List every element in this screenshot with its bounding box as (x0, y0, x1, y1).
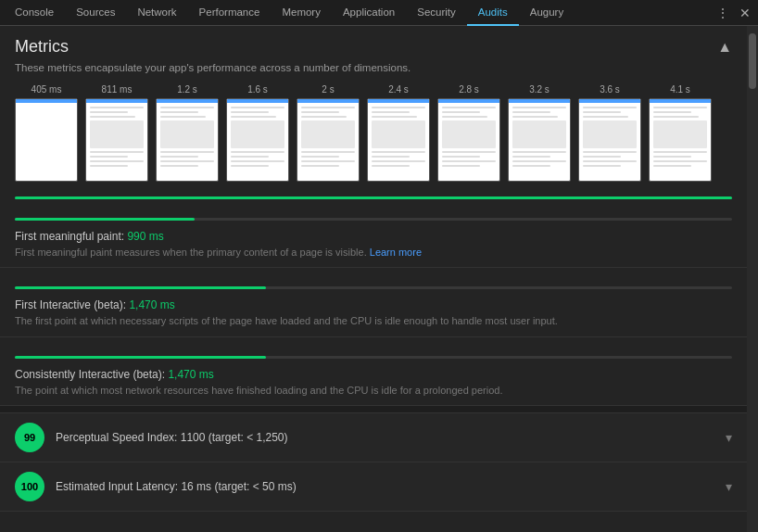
timeline-item: 405 ms (15, 84, 78, 182)
tab-console[interactable]: Console (4, 0, 65, 26)
content-area: Metrics ▲ These metrics encapsulate your… (0, 26, 747, 532)
fmp-bar-track (15, 218, 732, 221)
fi-name: First Interactive (beta): 1,470 ms (15, 298, 732, 311)
metrics-header: Metrics ▲ (0, 26, 747, 60)
timeline-label: 1.6 s (247, 84, 268, 95)
audit-expand-icon[interactable]: ▾ (726, 430, 732, 445)
timeline-thumbnail (578, 98, 641, 182)
metrics-title: Metrics (15, 37, 69, 57)
scrollbar-thumb[interactable] (749, 33, 756, 89)
timeline-row: 405 ms811 ms1.2 s1.6 s2 s2.4 s2.8 s3.2 s… (15, 84, 732, 182)
fmp-learn-more-link[interactable]: Learn more (370, 247, 422, 258)
timeline-thumbnail (297, 98, 360, 182)
timeline-item: 3.2 s (508, 84, 571, 182)
tab-audits[interactable]: Audits (467, 0, 519, 26)
fi-bar-track (15, 286, 732, 289)
overall-progress-bar (15, 196, 732, 199)
timeline-label: 405 ms (32, 84, 62, 95)
tab-application[interactable]: Application (332, 0, 406, 26)
timeline-container: 405 ms811 ms1.2 s1.6 s2 s2.4 s2.8 s3.2 s… (0, 84, 747, 193)
timeline-label: 4.1 s (670, 84, 690, 95)
timeline-item: 2.8 s (437, 84, 500, 182)
audit-score: 100 (15, 472, 44, 501)
ci-description: The point at which most network resource… (15, 384, 732, 398)
timeline-label: 2 s (322, 84, 334, 95)
tab-bar: Console Sources Network Performance Memo… (0, 0, 758, 26)
ci-bar-track (15, 356, 732, 359)
timeline-thumbnail (367, 98, 430, 182)
timeline-label: 2.8 s (459, 84, 479, 95)
more-options-button[interactable]: ⋮ (714, 4, 732, 22)
timeline-label: 2.4 s (388, 84, 409, 95)
audit-text: Perceptual Speed Index: 1100 (target: < … (56, 431, 726, 444)
metric-consistently-interactive: Consistently Interactive (beta): 1,470 m… (0, 337, 747, 406)
tab-network[interactable]: Network (126, 0, 187, 26)
timeline-thumbnail (649, 98, 712, 182)
ci-name: Consistently Interactive (beta): 1,470 m… (15, 368, 732, 381)
collapse-button[interactable]: ▲ (717, 39, 732, 56)
metric-first-interactive: First Interactive (beta): 1,470 ms The f… (0, 268, 747, 336)
tab-memory[interactable]: Memory (271, 0, 332, 26)
timeline-thumbnail (156, 98, 219, 182)
timeline-item: 4.1 s (649, 84, 712, 182)
audit-item[interactable]: 100Estimated Input Latency: 16 ms (targe… (0, 462, 747, 512)
audit-text: Estimated Input Latency: 16 ms (target: … (56, 480, 726, 493)
fmp-bar-fill (15, 218, 195, 221)
audit-expand-icon[interactable]: ▾ (726, 479, 732, 494)
fmp-name: First meaningful paint: 990 ms (15, 230, 732, 243)
audit-item[interactable]: 99Perceptual Speed Index: 1100 (target: … (0, 413, 747, 462)
timeline-item: 811 ms (85, 84, 148, 182)
timeline-thumbnail (15, 98, 78, 182)
fi-description: The first point at which necessary scrip… (15, 314, 732, 328)
timeline-item: 1.6 s (226, 84, 289, 182)
tab-security[interactable]: Security (406, 0, 467, 26)
timeline-label: 811 ms (102, 84, 133, 95)
timeline-thumbnail (226, 98, 289, 182)
tab-sources[interactable]: Sources (65, 0, 126, 26)
timeline-label: 3.6 s (600, 84, 620, 95)
fmp-description: First meaningful paint measures when the… (15, 246, 732, 260)
audit-items-container: 99Perceptual Speed Index: 1100 (target: … (0, 413, 747, 512)
timeline-label: 1.2 s (177, 84, 197, 95)
main-content: Metrics ▲ These metrics encapsulate your… (0, 26, 758, 532)
timeline-thumbnail (437, 98, 500, 182)
ci-bar-fill (15, 356, 266, 359)
close-devtools-button[interactable]: ✕ (736, 4, 754, 22)
tab-augury[interactable]: Augury (519, 0, 575, 26)
timeline-item: 2 s (297, 84, 360, 182)
tab-performance[interactable]: Performance (188, 0, 272, 26)
metrics-subtitle: These metrics encapsulate your app's per… (0, 60, 747, 84)
metric-first-meaningful-paint: First meaningful paint: 990 ms First mea… (0, 199, 747, 268)
timeline-thumbnail (85, 98, 148, 182)
timeline-item: 2.4 s (367, 84, 430, 182)
timeline-item: 1.2 s (156, 84, 219, 182)
timeline-item: 3.6 s (578, 84, 641, 182)
timeline-label: 3.2 s (529, 84, 550, 95)
scrollbar-track[interactable] (747, 26, 758, 532)
timeline-thumbnail (508, 98, 571, 182)
fi-bar-fill (15, 286, 266, 289)
audit-score: 99 (15, 423, 44, 452)
